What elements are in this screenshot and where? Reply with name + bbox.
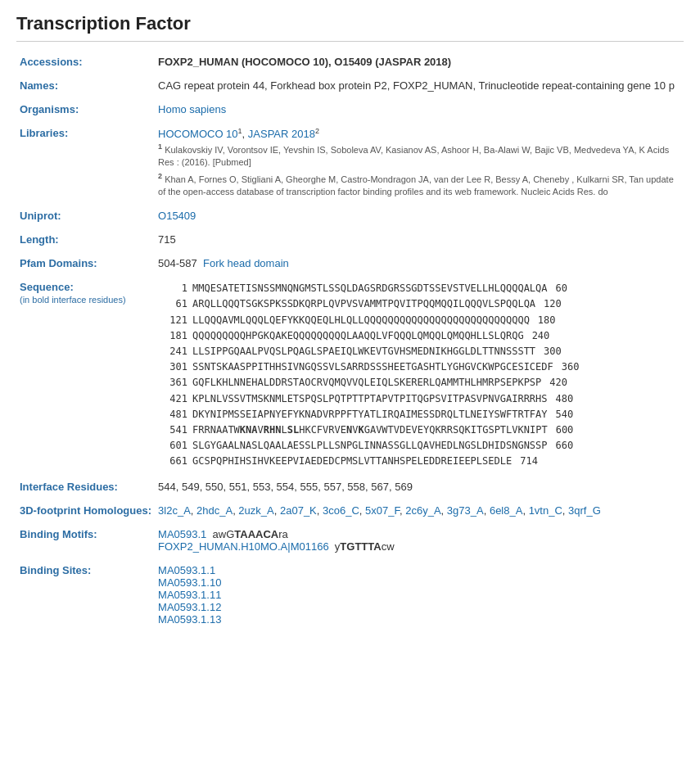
binding-motifs-value: MA0593.1 awGTAAACAra FOXP2_HUMAN.H10MO.A… (155, 522, 684, 558)
seq-row: 601SLGYGAALNASLQAALAESSLPLLSNPGLINNASSGL… (158, 438, 680, 454)
binding-sites-value: MA0593.1.1MA0593.1.10MA0593.1.11MA0593.1… (155, 558, 684, 631)
seq-row: 61ARQLLQQQTSGKSPKSSDKQRPLQVPVSVAMMTPQVIT… (158, 296, 680, 312)
pfam-range: 504-587 (158, 257, 197, 269)
homologue-link[interactable]: 5x07_F (365, 504, 400, 517)
pfam-value: 504-587 Fork head domain (155, 251, 684, 275)
accessions-label: Accessions: (16, 50, 155, 74)
binding-sites-row: Binding Sites: MA0593.1.1MA0593.1.10MA05… (16, 558, 684, 631)
libraries-label: Libraries: (16, 121, 155, 204)
libraries-row: Libraries: HOCOMOCO 101, JASPAR 20182 1 … (16, 121, 684, 204)
seq-row: 361GQFLKHLNNEHALDDRSTAOCRVQMQVVQLEIQLSKE… (158, 375, 680, 391)
organisms-label: Organisms: (16, 97, 155, 121)
motif-1: MA0593.1 awGTAAACAra (158, 528, 680, 540)
uniprot-link[interactable]: O15409 (158, 210, 196, 222)
interface-residues-label: Interface Residues: (16, 475, 155, 499)
accessions-row: Accessions: FOXP2_HUMAN (HOCOMOCO 10), O… (16, 50, 684, 74)
length-row: Length: 715 (16, 228, 684, 251)
organisms-row: Organisms: Homo sapiens (16, 97, 684, 121)
3d-label: 3D-footprint Homologues: (16, 499, 155, 522)
motif-2: FOXP2_HUMAN.H10MO.A|M01166 yTGTTTAcw (158, 540, 680, 553)
binding-site-link[interactable]: MA0593.1.12 (158, 601, 221, 613)
sequence-label: Sequence: (in bold interface residues) (16, 275, 155, 475)
uniprot-value: O15409 (155, 204, 684, 228)
homologue-link[interactable]: 2uzk_A (238, 504, 273, 517)
homologue-link[interactable]: 3g73_A (447, 504, 484, 517)
organisms-value: Homo sapiens (155, 97, 684, 121)
seq-row: 1MMQESATETISNSSMNQNGMSTLSSQLDAGSRDGRSSGD… (158, 281, 680, 296)
homologue-link[interactable]: 3l2c_A (158, 504, 191, 517)
library-footnote-2: 2 Khan A, Fornes O, Stigliani A, Gheorgh… (158, 171, 680, 198)
interface-residues-row: Interface Residues: 544, 549, 550, 551, … (16, 475, 684, 499)
sequence-value: 1MMQESATETISNSSMNQNGMSTLSSQLDAGSRDGRSSGD… (155, 275, 684, 475)
homologue-link[interactable]: 2a07_K (280, 504, 317, 517)
homologue-link[interactable]: 3co6_C (323, 504, 359, 517)
binding-motifs-row: Binding Motifs: MA0593.1 awGTAAACAra FOX… (16, 522, 684, 558)
homologue-link[interactable]: 2c6y_A (405, 504, 440, 517)
library-link-1[interactable]: HOCOMOCO 10 (158, 128, 238, 140)
names-label: Names: (16, 74, 155, 97)
motif1-link[interactable]: MA0593.1 (158, 528, 206, 540)
uniprot-row: Uniprot: O15409 (16, 204, 684, 228)
length-label: Length: (16, 228, 155, 251)
homologue-link[interactable]: 2hdc_A (196, 504, 233, 517)
pfam-row: Pfam Domains: 504-587 Fork head domain (16, 251, 684, 275)
binding-site-link[interactable]: MA0593.1.1 (158, 564, 215, 576)
pfam-label: Pfam Domains: (16, 251, 155, 275)
binding-sites-label: Binding Sites: (16, 558, 155, 631)
pfam-link[interactable]: Fork head domain (203, 257, 289, 269)
binding-site-link[interactable]: MA0593.1.13 (158, 613, 221, 626)
seq-row: 661GCSPQPHIHSIHVKEEPVIAEDEDCPMSLVTTANHSP… (158, 454, 680, 469)
homologue-link[interactable]: 3qrf_G (568, 504, 601, 517)
3d-value: 3l2c_A, 2hdc_A, 2uzk_A, 2a07_K, 3co6_C, … (155, 499, 684, 522)
page-title: Transcription Factor (16, 13, 684, 42)
library-footnote-1: 1 Kulakovskiy IV, Vorontsov IE, Yevshin … (158, 142, 680, 169)
binding-site-link[interactable]: MA0593.1.10 (158, 576, 221, 589)
binding-site-link[interactable]: MA0593.1.11 (158, 589, 221, 601)
uniprot-label: Uniprot: (16, 204, 155, 228)
seq-row: 481DKYNIPMSSEIAPNYEFYKNADVRPPFTYATLIRQAI… (158, 407, 680, 422)
seq-row: 241LLSIPPGQAALPVQSLPQAGLSPAEIQLWKEVTGVHS… (158, 344, 680, 359)
binding-motifs-label: Binding Motifs: (16, 522, 155, 558)
library-link-2[interactable]: JASPAR 2018 (248, 128, 315, 140)
motif2-link[interactable]: FOXP2_HUMAN.H10MO.A|M01166 (158, 540, 329, 553)
length-value: 715 (155, 228, 684, 251)
seq-row: 181QQQQQQQQQHPGKQAKEQQQQQQQQQLAAQQLVFQQQ… (158, 328, 680, 344)
seq-row: 301SSNTSKAASPPITHHSIVNGQSSVLSARRDSSSHEET… (158, 359, 680, 375)
homologue-link[interactable]: 6el8_A (490, 504, 522, 517)
seq-row: 121LLQQQAVMLQQQLQEFYKKQQEQLHLQLLQQQQQQQQ… (158, 313, 680, 328)
names-row: Names: CAG repeat protein 44, Forkhead b… (16, 74, 684, 97)
seq-row: 421KPLNLVSSVTMSKNMLETSPQSLPQTPTTPTAPVTPI… (158, 391, 680, 407)
3d-row: 3D-footprint Homologues: 3l2c_A, 2hdc_A,… (16, 499, 684, 522)
organisms-link[interactable]: Homo sapiens (158, 103, 226, 115)
seq-row: 541FRRNAATWKNAVRHNLSLHKCFVRVENVKGAVWTVDE… (158, 422, 680, 438)
sequence-row: Sequence: (in bold interface residues) 1… (16, 275, 684, 475)
names-value: CAG repeat protein 44, Forkhead box prot… (155, 74, 684, 97)
homologue-link[interactable]: 1vtn_C (529, 504, 562, 517)
libraries-value: HOCOMOCO 101, JASPAR 20182 1 Kulakovskiy… (155, 121, 684, 204)
interface-residues-value: 544, 549, 550, 551, 553, 554, 555, 557, … (155, 475, 684, 499)
accessions-value: FOXP2_HUMAN (HOCOMOCO 10), O15409 (JASPA… (155, 50, 684, 74)
info-table: Accessions: FOXP2_HUMAN (HOCOMOCO 10), O… (16, 50, 684, 631)
